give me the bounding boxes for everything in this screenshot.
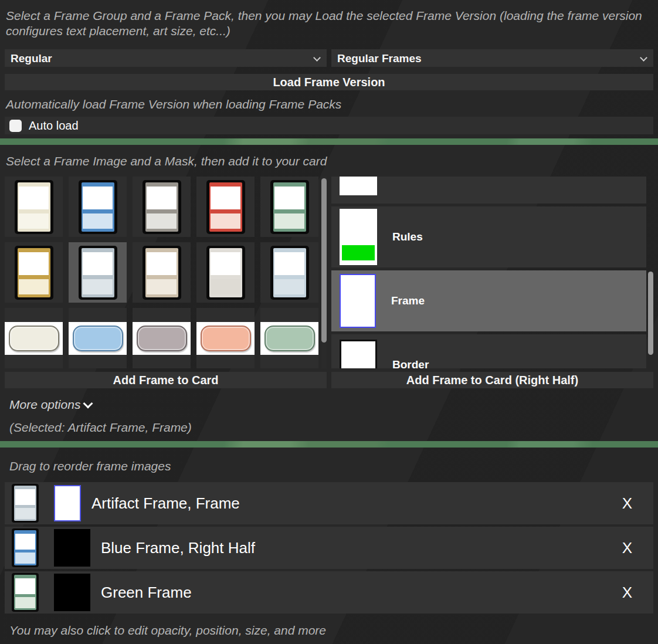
add-frame-button-row: Add Frame to Card Add Frame to Card (Rig… (5, 372, 653, 388)
frame-thumbnail-blue-pt-pill[interactable] (69, 308, 127, 368)
green-divider (0, 138, 658, 145)
layer-label: Blue Frame, Right Half (101, 539, 622, 557)
more-options-toggle[interactable]: More options (5, 398, 653, 412)
add-frame-right-half-button[interactable]: Add Frame to Card (Right Half) (331, 372, 653, 388)
frame-thumbnail-green-frame[interactable] (260, 177, 318, 237)
layer-label: Green Frame (101, 584, 622, 602)
frame-mask-panels: RulesFrameBorder (5, 177, 653, 368)
layer-list: Artifact Frame, FrameXBlue Frame, Right … (5, 482, 653, 614)
frame-grid (5, 177, 318, 368)
frame-thumbnail-white-pt-pill[interactable] (5, 308, 63, 368)
remove-frame-button[interactable]: X (622, 494, 632, 513)
mask-thumbnail-frame (340, 274, 376, 328)
mask-item-frame[interactable]: Frame (331, 270, 646, 331)
frame-thumbnail-green-pt-pill[interactable] (260, 308, 318, 368)
mask-thumbnail-full (340, 177, 377, 195)
layer-frame-thumbnail (12, 573, 39, 612)
frame-thumbnail-gray-frame[interactable] (133, 177, 191, 237)
mask-thumbnail-border (340, 340, 377, 368)
scrollbar-thumb[interactable] (321, 178, 327, 343)
chevron-down-icon (83, 399, 93, 409)
frame-thumbnail-plain-frame[interactable] (196, 242, 255, 303)
remove-frame-button[interactable]: X (622, 539, 632, 557)
frame-version-instruction: Select a Frame Group and a Frame Pack, t… (5, 8, 653, 39)
frame-thumbnail-steel-frame[interactable] (260, 242, 318, 303)
selected-frame-note: (Selected: Artifact Frame, Frame) (5, 420, 653, 435)
remove-frame-button[interactable]: X (622, 584, 632, 602)
green-divider (0, 441, 658, 448)
frame-thumbnail-blue-frame[interactable] (69, 177, 127, 237)
layer-row[interactable]: Green FrameX (5, 571, 653, 614)
frame-thumbnail-white-frame[interactable] (5, 177, 63, 237)
layer-label: Artifact Frame, Frame (91, 494, 622, 513)
drag-reorder-instruction: Drag to reorder frame images (5, 459, 653, 474)
frame-mask-instruction: Select a Frame Image and a Mask, then ad… (5, 154, 653, 169)
scrollbar-thumb[interactable] (648, 272, 653, 355)
layer-mask-thumbnail (54, 529, 90, 567)
mask-list: RulesFrameBorder (331, 177, 653, 368)
layer-row[interactable]: Artifact Frame, FrameX (5, 482, 653, 524)
mask-item-border[interactable]: Border (331, 334, 646, 368)
mask-panel: RulesFrameBorder (331, 177, 653, 368)
frame-thumbnail-artifact-frame[interactable] (69, 242, 127, 303)
frame-group-select-wrap: Regular (5, 49, 327, 67)
layer-mask-thumbnail (54, 574, 90, 611)
frame-thumbnail-red-pt-pill[interactable] (196, 308, 255, 368)
frame-image-panel (5, 177, 327, 368)
mask-label: Frame (391, 294, 425, 307)
mask-thumbnail-rules (340, 209, 377, 265)
frame-thumbnail-gold-frame[interactable] (5, 242, 63, 303)
layer-mask-thumbnail (54, 485, 81, 521)
auto-load-row[interactable]: Auto load (5, 117, 653, 134)
load-frame-version-button[interactable]: Load Frame Version (5, 74, 653, 90)
mask-label: Rules (392, 231, 423, 243)
edit-hint-note: You may also click to edit opacity, posi… (5, 623, 653, 638)
auto-load-note: Automatically load Frame Version when lo… (5, 97, 653, 112)
frame-thumbnail-gray-pt-pill[interactable] (133, 308, 191, 368)
layer-frame-thumbnail (12, 528, 39, 567)
frame-pack-select[interactable]: Regular Frames (331, 49, 653, 67)
mask-item-full[interactable] (331, 177, 646, 204)
mask-item-rules[interactable]: Rules (331, 206, 646, 267)
frame-thumbnail-bone-frame[interactable] (133, 242, 191, 303)
frame-select-row: Regular Regular Frames (5, 49, 653, 67)
add-frame-to-card-button[interactable]: Add Frame to Card (5, 372, 327, 388)
frame-thumbnail-red-frame[interactable] (196, 177, 255, 237)
layer-frame-thumbnail (12, 484, 39, 523)
more-options-label: More options (9, 398, 80, 412)
frame-pack-select-wrap: Regular Frames (331, 49, 653, 67)
layer-row[interactable]: Blue Frame, Right HalfX (5, 527, 653, 569)
auto-load-checkbox[interactable] (9, 120, 22, 132)
mask-label: Border (392, 358, 429, 368)
frame-group-select[interactable]: Regular (5, 49, 327, 67)
frame-grid-scrollbar[interactable] (321, 177, 327, 368)
auto-load-label: Auto load (29, 119, 79, 133)
frame-editor-page: Select a Frame Group and a Frame Pack, t… (0, 0, 658, 644)
